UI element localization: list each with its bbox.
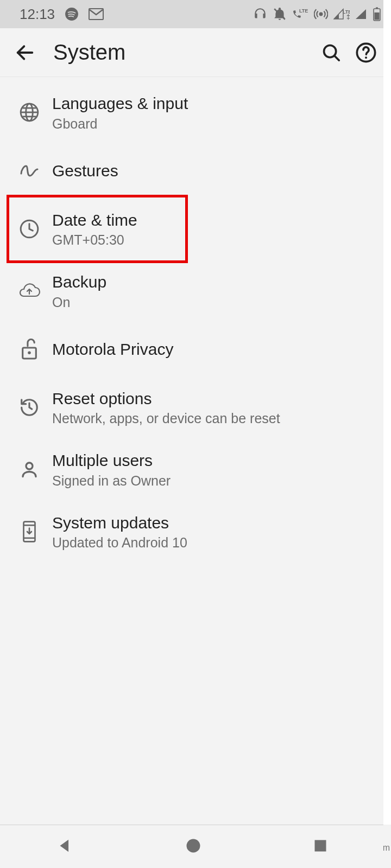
row-title: Multiple users — [52, 450, 378, 471]
row-subtitle: Signed in as Owner — [52, 473, 378, 489]
settings-row-reset[interactable]: Reset options Network, apps, or device c… — [0, 376, 391, 439]
nav-recents-button[interactable] — [313, 838, 328, 856]
settings-row-backup[interactable]: Backup On — [0, 260, 391, 322]
status-right: LTE LTE‡ — [253, 7, 381, 21]
app-bar: System — [0, 28, 391, 77]
signal-1-icon: LTE‡ — [333, 8, 350, 20]
right-edge — [383, 0, 391, 825]
svg-point-14 — [365, 56, 367, 59]
spotify-icon — [65, 7, 79, 21]
row-title: Gestures — [52, 161, 378, 181]
row-title: Languages & input — [52, 93, 378, 114]
settings-row-users[interactable]: Multiple users Signed in as Owner — [0, 438, 391, 501]
status-bar: 12:13 LTE LTE‡ — [0, 0, 391, 28]
settings-row-updates[interactable]: System updates Updated to Android 10 — [0, 501, 391, 563]
globe-icon — [10, 102, 49, 123]
lock-open-icon — [10, 339, 49, 360]
help-button[interactable] — [351, 37, 381, 68]
hotspot-icon — [314, 7, 328, 21]
nav-back-button[interactable] — [55, 837, 74, 857]
navigation-bar — [0, 825, 383, 868]
row-title: Reset options — [52, 388, 378, 409]
row-subtitle: Network, apps, or device can be reset — [52, 411, 378, 426]
person-icon — [10, 459, 49, 479]
gmail-icon — [89, 8, 104, 20]
settings-row-datetime[interactable]: Date & time GMT+05:30 — [0, 198, 391, 260]
battery-icon — [373, 7, 381, 21]
back-button[interactable] — [10, 37, 40, 68]
svg-rect-26 — [314, 840, 326, 851]
svg-text:LTE: LTE — [299, 8, 308, 14]
settings-row-languages[interactable]: Languages & input Gboard — [0, 81, 391, 144]
row-title: Motorola Privacy — [52, 339, 378, 360]
svg-rect-9 — [375, 12, 380, 20]
row-subtitle: Updated to Android 10 — [52, 535, 378, 551]
row-subtitle: On — [52, 295, 378, 310]
search-button[interactable] — [316, 37, 346, 68]
signal-2-icon — [355, 9, 367, 20]
settings-list: Languages & input Gboard Gestures Date &… — [0, 77, 391, 567]
dnd-icon — [273, 7, 287, 21]
volte-icon: LTE — [292, 8, 308, 21]
nav-home-button[interactable] — [185, 838, 201, 856]
status-left: 12:13 — [20, 6, 104, 23]
settings-row-gestures[interactable]: Gestures — [0, 144, 391, 198]
row-title: System updates — [52, 513, 378, 533]
status-time: 12:13 — [20, 6, 55, 23]
svg-point-4 — [320, 13, 323, 16]
svg-rect-8 — [376, 8, 378, 9]
cloud-upload-icon — [10, 282, 49, 299]
row-title: Date & time — [52, 210, 378, 231]
svg-point-21 — [26, 463, 33, 469]
row-subtitle: Gboard — [52, 116, 378, 132]
row-subtitle: GMT+05:30 — [52, 232, 378, 248]
headphones-icon — [253, 7, 267, 21]
gesture-icon — [10, 163, 49, 179]
row-title: Backup — [52, 272, 378, 292]
settings-row-privacy[interactable]: Motorola Privacy — [0, 322, 391, 376]
svg-line-12 — [335, 56, 339, 60]
svg-point-25 — [186, 839, 200, 852]
phone-update-icon — [10, 520, 49, 543]
clock-icon — [10, 219, 49, 239]
svg-text:‡: ‡ — [346, 13, 350, 20]
svg-point-20 — [28, 351, 31, 354]
reset-icon — [10, 397, 49, 418]
page-title: System — [53, 40, 312, 65]
